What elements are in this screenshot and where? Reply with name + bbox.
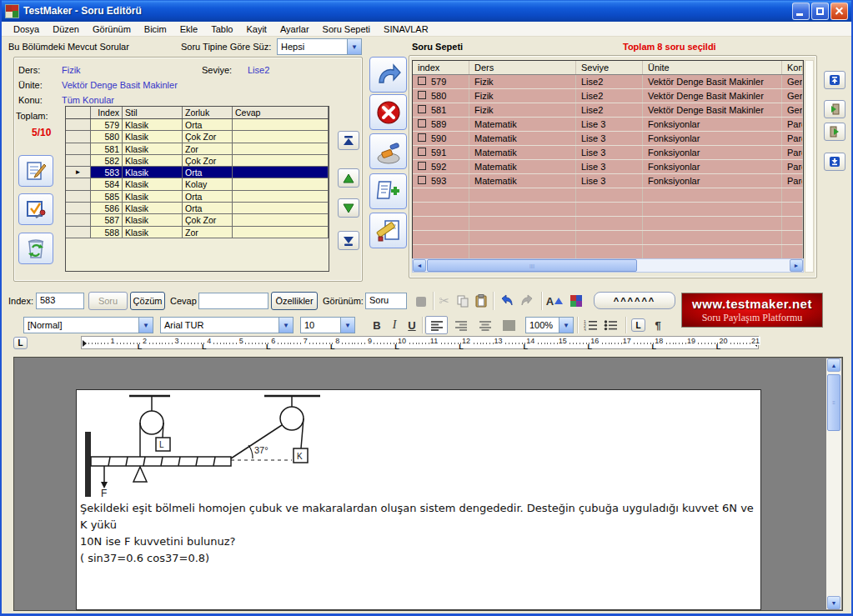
paragraph-style-combobox[interactable]: [Normal]▼: [23, 317, 153, 333]
indent-start-marker[interactable]: [83, 340, 87, 347]
basket-row[interactable]: 593MatematikLise 3FonksiyonlarParç: [413, 174, 803, 188]
filter-combobox[interactable]: Hepsi ▼: [277, 38, 362, 55]
basket-hscrollbar[interactable]: ◄ |||| ►: [412, 258, 804, 273]
redo-button[interactable]: [518, 292, 538, 310]
menu-item-sinavlar[interactable]: SINAVLAR: [377, 23, 435, 35]
chevron-down-icon[interactable]: ▼: [347, 39, 361, 54]
basket-row[interactable]: 580FizikLise2Vektör Denge Basit Makinler…: [413, 89, 803, 103]
basket-import-button[interactable]: [824, 100, 845, 118]
undo-button[interactable]: [496, 292, 516, 310]
row-checkbox[interactable]: [418, 133, 426, 142]
scroll-up-icon[interactable]: ▲: [827, 358, 840, 372]
basket-row[interactable]: 589MatematikLise 3FonksiyonlarParç: [413, 118, 803, 132]
document-page[interactable]: F L K 37° Şekildeki eşit bölmeli homojen…: [76, 389, 761, 610]
gorunum-input[interactable]: Soru: [365, 293, 407, 309]
close-button[interactable]: [830, 3, 848, 20]
index-input[interactable]: 583: [36, 293, 84, 309]
menu-item-dosya[interactable]: Dosya: [7, 23, 46, 35]
question-properties-button[interactable]: [369, 213, 407, 248]
testmaker-banner[interactable]: www.testmaker.net Soru Paylaşım Platform…: [681, 293, 823, 328]
delete-button[interactable]: [369, 94, 407, 130]
row-checkbox[interactable]: [418, 77, 426, 85]
tab-stop-marker[interactable]: L: [716, 343, 721, 351]
edit-question-button[interactable]: [18, 155, 53, 187]
basket-row[interactable]: [413, 245, 803, 259]
scroll-down-icon[interactable]: ▼: [827, 596, 840, 609]
question-row[interactable]: 580KlasikÇok Zor: [66, 131, 329, 143]
menu-item-kayit[interactable]: Kayit: [239, 23, 273, 35]
cozum-button[interactable]: Çözüm: [130, 292, 165, 310]
question-row[interactable]: 586KlasikOrta: [66, 203, 329, 214]
restore-button[interactable]: [811, 3, 829, 20]
menu-item-bicim[interactable]: Bicim: [138, 23, 173, 35]
tab-stop-marker[interactable]: L: [459, 343, 464, 351]
move-down-button[interactable]: [338, 198, 359, 218]
basket-row[interactable]: [413, 203, 803, 217]
align-justify-button[interactable]: [498, 316, 520, 334]
font-size-combobox[interactable]: 10▼: [300, 317, 355, 333]
tab-stop-marker[interactable]: L: [523, 343, 528, 351]
chevron-down-icon[interactable]: ▼: [138, 318, 153, 333]
basket-row[interactable]: 592MatematikLise 3FonksiyonlarParç: [413, 160, 803, 174]
question-row[interactable]: 582KlasikÇok Zor: [66, 155, 329, 167]
ruler-tab-selector[interactable]: L: [13, 337, 28, 349]
chevron-down-icon[interactable]: ▼: [559, 318, 573, 333]
basket-row[interactable]: 590MatematikLise 3FonksiyonlarParç: [413, 132, 803, 146]
chevron-down-icon[interactable]: ▼: [340, 318, 354, 333]
refresh-list-button[interactable]: [18, 233, 53, 264]
basket-move-bottom-button[interactable]: [824, 153, 845, 171]
basket-row[interactable]: 591MatematikLise 3FonksiyonlarParç: [413, 146, 803, 160]
question-row[interactable]: 579KlasikOrta: [66, 119, 329, 131]
bold-button[interactable]: B: [369, 317, 385, 333]
row-checkbox[interactable]: [418, 162, 426, 170]
tab-stop-marker[interactable]: L: [330, 343, 335, 351]
select-question-button[interactable]: [18, 193, 53, 225]
basket-row[interactable]: 581FizikLise2Vektör Denge Basit Makinler…: [413, 103, 803, 118]
question-row[interactable]: 585KlasikOrta: [66, 191, 329, 203]
paste-button[interactable]: [473, 292, 489, 310]
italic-button[interactable]: I: [386, 317, 403, 333]
align-left-button[interactable]: [425, 316, 448, 334]
move-up-button[interactable]: [338, 168, 359, 188]
basket-move-top-button[interactable]: [824, 71, 845, 89]
highlight-color-button[interactable]: [567, 292, 585, 310]
question-row[interactable]: 587KlasikÇok Zor: [66, 214, 329, 226]
tab-type-button[interactable]: L: [631, 318, 645, 332]
bullet-list-button[interactable]: [601, 317, 620, 333]
clean-button[interactable]: [369, 133, 407, 169]
row-checkbox[interactable]: [418, 105, 426, 113]
row-checkbox[interactable]: [418, 148, 426, 156]
align-center-button[interactable]: [474, 316, 496, 334]
show-paragraph-marks-button[interactable]: ¶: [650, 317, 665, 333]
ozellikler-button[interactable]: Özellikler: [271, 292, 318, 310]
cut-button[interactable]: ✂: [436, 292, 453, 310]
row-checkbox[interactable]: [418, 119, 426, 128]
menu-item-düzen[interactable]: Düzen: [46, 23, 86, 35]
menu-item-görünüm[interactable]: Görünüm: [86, 23, 138, 35]
basket-row[interactable]: [413, 217, 803, 231]
soru-button[interactable]: Soru: [88, 292, 128, 310]
scroll-left-icon[interactable]: ◄: [413, 259, 426, 272]
numbered-list-button[interactable]: 123: [581, 317, 600, 333]
basket-hscroll-thumb[interactable]: ||||: [427, 259, 637, 272]
basket-export-button[interactable]: [824, 123, 845, 141]
font-color-button[interactable]: A: [544, 292, 564, 310]
copy-button[interactable]: [454, 292, 471, 310]
align-right-button[interactable]: [449, 316, 472, 334]
chevron-down-icon[interactable]: ▼: [278, 318, 293, 333]
collapse-panel-button[interactable]: ^^^^^^: [594, 292, 675, 309]
row-checkbox[interactable]: [418, 176, 426, 184]
question-row[interactable]: ►583KlasikOrta: [66, 167, 329, 178]
basket-row[interactable]: [413, 231, 803, 245]
menu-item-soru-sepeti[interactable]: Soru Sepeti: [316, 23, 377, 35]
menu-item-ayarlar[interactable]: Ayarlar: [273, 23, 316, 35]
move-last-button[interactable]: [338, 231, 359, 250]
ruler[interactable]: 123456789101112131415161718192021LLLLLLL…: [81, 336, 759, 349]
question-row[interactable]: 588KlasikZor: [66, 227, 329, 238]
question-text[interactable]: Şekildeki eşit bölmeli homojen çubuk ve …: [80, 500, 757, 567]
add-question-button[interactable]: [369, 173, 407, 209]
move-first-button[interactable]: [338, 131, 359, 150]
cevap-input[interactable]: [198, 293, 268, 309]
tab-stop-marker[interactable]: L: [394, 343, 399, 351]
zoom-combobox[interactable]: 100%▼: [525, 317, 574, 333]
